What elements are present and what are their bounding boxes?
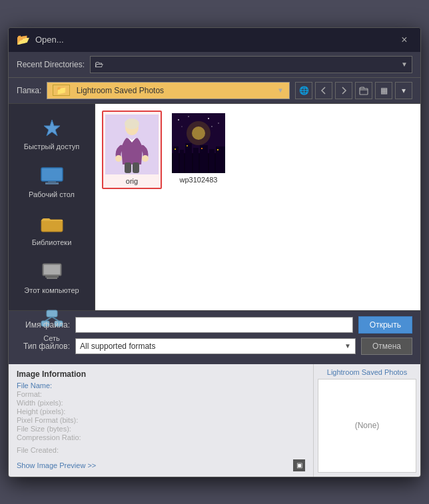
compression-row: Compression Ratio:	[17, 433, 305, 441]
back-button[interactable]	[315, 82, 332, 99]
svg-rect-4	[48, 181, 56, 183]
folder-label: Папка:	[17, 86, 41, 95]
filename-label: Имя файла:	[17, 320, 70, 330]
file-thumb-orig	[105, 115, 159, 174]
file-item-orig[interactable]: orig	[102, 111, 162, 189]
format-info-key: Format:	[17, 390, 42, 398]
web-button[interactable]: 🌐	[295, 82, 312, 99]
image-info-section: Image Information File Name: Format: Wid…	[9, 364, 314, 477]
filename-info-row: File Name:	[17, 381, 305, 389]
compression-key: Compression Ratio:	[17, 433, 81, 441]
svg-point-24	[192, 126, 205, 140]
title-bar-left: 📂 Open...	[17, 33, 64, 46]
pixel-format-row: Pixel Format (bits):	[17, 416, 305, 424]
recent-dropdown[interactable]: 🗁 ▼	[90, 56, 412, 73]
svg-rect-33	[175, 148, 176, 150]
view-arrow-button[interactable]: ▾	[395, 82, 412, 99]
window-title: Open...	[35, 35, 64, 45]
sidebar-label-libraries: Библиотеки	[32, 238, 72, 246]
view-button[interactable]: ▦	[375, 82, 392, 99]
filetype-arrow: ▼	[344, 342, 351, 350]
sidebar-label-computer: Этот компьютер	[24, 286, 79, 294]
recent-label: Recent Directories:	[17, 60, 85, 69]
sidebar-label-desktop: Рабочий стол	[29, 190, 75, 198]
file-size-row: File Size (bytes):	[17, 425, 305, 433]
folder-dropdown[interactable]: 📁 Lightroom Saved Photos ▼	[47, 82, 290, 99]
preview-icon-symbol: ▣	[296, 461, 302, 469]
desktop-icon	[40, 164, 64, 188]
width-info-row: Width (pixels):	[17, 399, 305, 407]
svg-rect-10	[47, 310, 57, 317]
sidebar-item-quick-access[interactable]: Быстрый доступ	[15, 111, 89, 156]
svg-rect-2	[41, 168, 63, 181]
cancel-button[interactable]: Отмена	[361, 338, 412, 355]
folder-icon: 📁 Lightroom Saved Photos	[53, 85, 164, 95]
filetype-label: Тип файлов:	[17, 342, 70, 351]
svg-rect-35	[201, 148, 203, 149]
file-browser: orig	[95, 104, 420, 310]
svg-point-42	[211, 126, 212, 126]
svg-point-41	[181, 126, 182, 126]
svg-rect-7	[44, 265, 60, 274]
pixel-format-key: Pixel Format (bits):	[17, 416, 78, 424]
sidebar-item-computer[interactable]: Этот компьютер	[15, 254, 89, 300]
preview-section: Lightroom Saved Photos (None)	[314, 364, 420, 477]
bottom-panel: Image Information File Name: Format: Wid…	[9, 364, 420, 477]
filetype-row: Тип файлов: All supported formats ▼ Отме…	[17, 338, 412, 355]
main-area: Быстрый доступ Рабочий стол	[9, 104, 420, 310]
svg-point-20	[115, 155, 122, 162]
file-size-key: File Size (bytes):	[17, 425, 71, 433]
open-button[interactable]: Открыть	[358, 316, 412, 334]
filename-input[interactable]	[75, 317, 353, 333]
width-info-key: Width (pixels):	[17, 399, 63, 407]
filetype-value: All supported formats	[80, 342, 155, 351]
svg-rect-27	[180, 150, 184, 173]
svg-point-38	[188, 116, 189, 117]
format-info-row: Format:	[17, 390, 305, 398]
svg-rect-19	[133, 162, 139, 173]
svg-rect-18	[125, 162, 131, 173]
recent-dropdown-arrow: ▼	[401, 61, 408, 68]
svg-rect-28	[185, 143, 192, 173]
star-icon	[40, 116, 64, 140]
svg-point-21	[142, 155, 149, 162]
svg-rect-30	[200, 145, 208, 173]
toolbar-icons: 🌐 ▦ ▾	[295, 82, 412, 99]
show-preview-link[interactable]: Show Image Preview >>	[17, 461, 96, 469]
sidebar-item-desktop[interactable]: Рабочий стол	[15, 158, 89, 204]
show-preview-row: Show Image Preview >> ▣	[17, 459, 305, 471]
file-created-row: File Created:	[17, 446, 305, 454]
close-button[interactable]: ×	[396, 32, 412, 48]
sidebar: Быстрый доступ Рабочий стол	[9, 104, 95, 310]
height-info-row: Height (pixels):	[17, 407, 305, 415]
folder-dropdown-arrow: ▼	[277, 87, 284, 94]
svg-rect-0	[360, 89, 368, 95]
recent-bar: Recent Directories: 🗁 ▼	[9, 52, 420, 78]
sidebar-label-quick-access: Быстрый доступ	[24, 142, 80, 150]
file-item-wp[interactable]: wp3102483	[169, 111, 228, 189]
sidebar-item-libraries[interactable]: Библиотеки	[15, 206, 89, 252]
file-label-wp: wp3102483	[180, 176, 218, 184]
svg-rect-34	[187, 145, 188, 146]
svg-point-40	[218, 123, 219, 124]
filename-row: Имя файла: Открыть	[17, 316, 412, 334]
show-preview-icon[interactable]: ▣	[293, 459, 305, 471]
title-bar: 📂 Open... ×	[9, 28, 420, 52]
svg-rect-5	[41, 220, 63, 232]
forward-button[interactable]	[335, 82, 352, 99]
svg-rect-36	[217, 149, 218, 150]
app-icon: 📂	[17, 33, 30, 46]
folder-icon	[40, 212, 64, 236]
filename-info-key: File Name:	[17, 381, 52, 389]
file-label-orig: orig	[126, 177, 138, 185]
height-info-key: Height (pixels):	[17, 407, 65, 415]
new-folder-button[interactable]	[355, 82, 372, 99]
computer-icon	[40, 260, 64, 284]
svg-rect-9	[45, 276, 59, 278]
svg-rect-29	[193, 148, 199, 173]
dialog-window: 📂 Open... × Recent Directories: 🗁 ▼ Папк…	[8, 27, 421, 477]
svg-point-39	[208, 118, 209, 119]
file-thumb-wp	[172, 113, 225, 173]
preview-box: (None)	[318, 379, 416, 473]
filetype-dropdown[interactable]: All supported formats ▼	[75, 338, 356, 354]
